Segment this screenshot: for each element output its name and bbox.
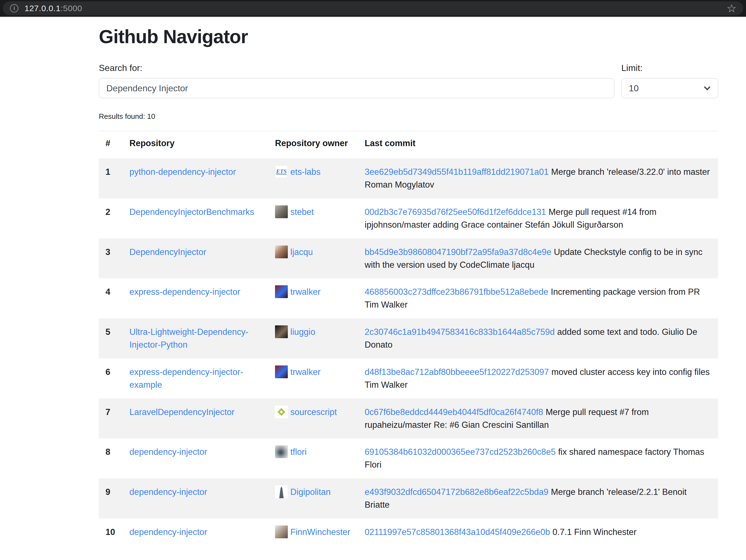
- header-repository: Repository: [123, 131, 268, 158]
- ets-labs-avatar: ETS: [275, 165, 288, 178]
- header-last-commit: Last commit: [358, 131, 718, 158]
- repo-link[interactable]: express-dependency-injector-example: [130, 367, 243, 390]
- commit-hash-link[interactable]: 468856003c273dffce23b86791fbbe512a8ebede: [365, 287, 548, 297]
- url-text: 127.0.0.1:5000: [25, 4, 82, 13]
- row-number: 6: [99, 358, 123, 399]
- repo-link[interactable]: dependency-injector: [130, 487, 207, 497]
- tflori-avatar: [275, 445, 288, 458]
- row-number: 7: [99, 399, 123, 439]
- stebet-avatar: [275, 205, 288, 218]
- owner-link[interactable]: sourcescript: [290, 407, 337, 417]
- bookmark-star-icon[interactable]: ☆: [726, 3, 737, 14]
- page-content: Github Navigator Search for: Limit: 10 R…: [99, 26, 718, 547]
- commit-hash-link[interactable]: 0c67f6be8eddcd4449eb4044f5df0ca26f4740f8: [365, 407, 543, 417]
- row-number: 2: [99, 199, 123, 238]
- commit-hash-link[interactable]: e493f9032dfcd65047172b682e8b6eaf22c5bda9: [365, 487, 548, 497]
- results-count: Results found: 10: [99, 112, 718, 121]
- address-bar[interactable]: i 127.0.0.1:5000 ☆: [3, 1, 743, 15]
- table-row: 10 dependency-injector FinnWinchester 02…: [99, 519, 718, 547]
- finnwinchester-avatar: [275, 526, 288, 538]
- form-labels-row: Search for: Limit:: [99, 63, 718, 73]
- owner-link[interactable]: trwalker: [290, 287, 321, 297]
- url-port: :5000: [61, 4, 82, 13]
- repo-link[interactable]: express-dependency-injector: [130, 287, 240, 297]
- liuggio-avatar: [275, 325, 288, 338]
- owner-link[interactable]: liuggio: [290, 327, 315, 337]
- owner-link[interactable]: stebet: [290, 207, 314, 217]
- row-number: 1: [99, 158, 123, 199]
- header-number: #: [99, 131, 123, 158]
- owner-link[interactable]: ets-labs: [290, 167, 321, 177]
- form-inputs-row: 10: [99, 78, 718, 98]
- owner-link[interactable]: ljacqu: [290, 247, 313, 257]
- owner-link[interactable]: FinnWinchester: [290, 527, 350, 537]
- header-repository-owner: Repository owner: [268, 131, 358, 158]
- row-number: 5: [99, 318, 123, 358]
- url-host: 127.0.0.1: [25, 4, 61, 13]
- table-row: 8 dependency-injector tflori 69105384b61…: [99, 438, 718, 478]
- row-number: 4: [99, 278, 123, 318]
- commit-hash-link[interactable]: 3ee629eb5d7349d55f41b119aff81dd219071a01: [365, 167, 549, 177]
- limit-select[interactable]: 10: [621, 78, 718, 98]
- search-input[interactable]: [99, 78, 614, 98]
- commit-hash-link[interactable]: bb45d9e3b98608047190bf72a95fa9a37d8c4e9e: [365, 247, 551, 257]
- chevron-down-icon: [704, 84, 710, 90]
- commit-hash-link[interactable]: 69105384b61032d000365ee737cd2523b260c8e5: [365, 447, 555, 457]
- commit-hash-link[interactable]: 00d2b3c7e76935d76f25ee50f6d1f2ef6ddce131: [365, 207, 546, 217]
- ljacqu-avatar: [275, 245, 288, 258]
- repo-link[interactable]: LaravelDependencyInjector: [130, 407, 234, 417]
- row-number: 8: [99, 438, 123, 478]
- repo-link[interactable]: dependency-injector: [130, 527, 207, 537]
- row-number: 3: [99, 238, 123, 278]
- repo-link[interactable]: DependencyInjector: [130, 247, 206, 257]
- table-row: 9 dependency-injector Digipolitan e493f9…: [99, 478, 718, 519]
- owner-link[interactable]: tflori: [290, 447, 307, 457]
- table-row: 6 express-dependency-injector-example tr…: [99, 358, 718, 399]
- commit-hash-link[interactable]: 02111997e57c85801368f43a10d45f409e266e0b: [365, 527, 550, 537]
- repo-link[interactable]: dependency-injector: [130, 447, 207, 457]
- row-number: 10: [99, 519, 123, 547]
- results-table-body: 1 python-dependency-injector ETSets-labs…: [99, 158, 718, 547]
- results-table: # Repository Repository owner Last commi…: [99, 131, 718, 547]
- owner-link[interactable]: trwalker: [290, 367, 321, 377]
- table-row: 7 LaravelDependencyInjector sourcescript…: [99, 399, 718, 439]
- table-row: 2 DependencyInjectorBenchmarks stebet 00…: [99, 199, 718, 238]
- repo-link[interactable]: Ultra-Lightweight-Dependency-Injector-Py…: [130, 327, 248, 350]
- browser-toolbar: i 127.0.0.1:5000 ☆: [0, 0, 746, 17]
- page-title: Github Navigator: [99, 26, 718, 47]
- digipolitan-avatar: [275, 485, 288, 498]
- repo-link[interactable]: python-dependency-injector: [130, 167, 236, 177]
- table-row: 5 Ultra-Lightweight-Dependency-Injector-…: [99, 318, 718, 358]
- row-number: 9: [99, 478, 123, 519]
- repo-link[interactable]: DependencyInjectorBenchmarks: [130, 207, 254, 217]
- commit-hash-link[interactable]: 2c30746c1a91b4947583416c833b1644a85c759d: [365, 327, 555, 337]
- search-label: Search for:: [99, 63, 614, 73]
- owner-link[interactable]: Digipolitan: [290, 487, 331, 497]
- trwalker-avatar: [275, 285, 288, 298]
- trwalker-avatar: [275, 365, 288, 378]
- results-table-header: # Repository Repository owner Last commi…: [99, 131, 718, 158]
- commit-hash-link[interactable]: d48f13be8ac712abf80bbeeee5f120227d253097: [365, 367, 549, 377]
- table-row: 4 express-dependency-injector trwalker 4…: [99, 278, 718, 318]
- commit-message: 0.7.1 Finn Winchester: [552, 527, 637, 537]
- sourcescript-avatar: [275, 406, 288, 418]
- page-info-icon[interactable]: i: [10, 4, 18, 12]
- table-row: 3 DependencyInjector ljacqu bb45d9e3b986…: [99, 238, 718, 278]
- table-row: 1 python-dependency-injector ETSets-labs…: [99, 158, 718, 199]
- limit-selected-value: 10: [629, 83, 639, 93]
- limit-label: Limit:: [621, 63, 718, 73]
